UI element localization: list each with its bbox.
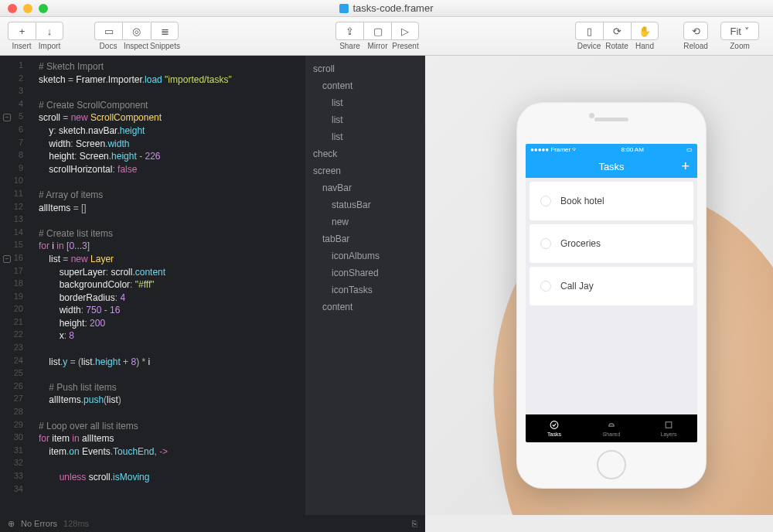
task-card[interactable]: Book hotel [530,182,693,220]
toolbar: +Insert↓Import ▭Docs◎Inspect≣Snippets ⇪S… [0,17,773,56]
import-button[interactable]: ↓Import [36,22,63,50]
share-button[interactable]: ⇪Share [335,22,363,50]
layer-content[interactable]: content [305,77,425,94]
snippets-button[interactable]: ≣Snippets [150,22,180,50]
tab-bar: TasksSharedLayers [526,414,697,442]
task-card[interactable]: Groceries [530,224,693,263]
layer-scroll[interactable]: scroll [305,60,425,77]
layer-new[interactable]: new [305,213,425,230]
status-line: ⊕ No Errors 128ms ⎘ [0,515,425,532]
layer-tabBar[interactable]: tabBar [305,230,425,247]
task-card[interactable]: Call Jay [530,267,693,305]
device-button[interactable]: ▯Device [575,22,603,50]
document-title: tasks-code.framer [0,2,773,14]
layer-iconAlbums[interactable]: iconAlbums [305,247,425,264]
target-icon[interactable]: ⊕ [8,519,15,529]
checkbox-icon[interactable] [540,238,551,249]
maximize-icon[interactable] [39,4,48,13]
close-icon[interactable] [8,4,17,13]
present-button[interactable]: ▷Present [391,22,419,50]
error-count[interactable]: No Errors [21,519,57,528]
checkbox-icon[interactable] [540,281,551,292]
code-editor[interactable]: 12345−678910111213141516−171819202122232… [0,56,305,515]
insert-button[interactable]: +Insert [8,22,36,50]
layer-content[interactable]: content [305,298,425,315]
checkbox-icon[interactable] [540,196,551,206]
reload-button[interactable]: ⟲Reload [677,22,714,50]
layer-iconShared[interactable]: iconShared [305,264,425,281]
layer-list[interactable]: list [305,111,425,128]
device-screen[interactable]: ●●●●● Framer ᯤ8:00 AM▭ Tasks + Book hote… [526,144,697,442]
window-titlebar: tasks-code.framer [0,0,773,17]
device-preview: ●●●●● Framer ᯤ8:00 AM▭ Tasks + Book hote… [425,56,773,515]
compile-time: 128ms [63,519,89,528]
zoom-select[interactable]: Fit ˅ Zoom [714,22,765,50]
minimize-icon[interactable] [23,4,32,13]
add-icon[interactable]: + [681,159,690,175]
layer-list[interactable]: list [305,128,425,145]
framer-doc-icon [339,4,349,13]
tab-tasks[interactable]: Tasks [526,414,583,442]
svg-rect-1 [666,422,672,428]
rotate-button[interactable]: ⟳Rotate [603,22,631,50]
layer-check[interactable]: check [305,145,425,162]
console-icon[interactable]: ⎘ [412,519,417,528]
home-button[interactable] [597,450,626,479]
inspect-button[interactable]: ◎Inspect [122,22,150,50]
layer-statusBar[interactable]: statusBar [305,196,425,213]
layer-tree: scrollcontentlistlistlistcheckscreennavB… [305,56,425,515]
tab-layers[interactable]: Layers [640,414,697,442]
device-frame: ●●●●● Framer ᯤ8:00 AM▭ Tasks + Book hote… [516,102,707,489]
nav-title: Tasks [598,161,624,172]
layer-navBar[interactable]: navBar [305,179,425,196]
layer-list[interactable]: list [305,94,425,111]
nav-bar: Tasks + [526,155,697,178]
status-bar: ●●●●● Framer ᯤ8:00 AM▭ [526,144,697,155]
hand-button[interactable]: ✋Hand [631,22,659,50]
svg-point-0 [550,421,558,429]
layer-screen[interactable]: screen [305,162,425,179]
tab-shared[interactable]: Shared [583,414,640,442]
mirror-button[interactable]: ▢Mirror [363,22,391,50]
layer-iconTasks[interactable]: iconTasks [305,281,425,298]
docs-button[interactable]: ▭Docs [94,22,122,50]
